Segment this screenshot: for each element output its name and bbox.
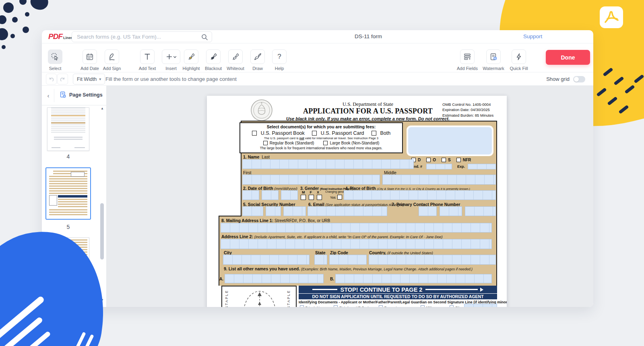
passport-book-checkbox[interactable] bbox=[252, 131, 257, 136]
endorsement-nfr-checkbox[interactable] bbox=[456, 158, 461, 162]
divider bbox=[54, 89, 54, 102]
redo-button[interactable] bbox=[57, 74, 68, 84]
field-phone-2[interactable] bbox=[440, 206, 462, 216]
field-country[interactable] bbox=[369, 255, 496, 265]
collapse-sidebar-button[interactable]: ‹ bbox=[43, 91, 53, 100]
s9-a-label: A. bbox=[219, 277, 223, 281]
page-settings-button[interactable]: Page Settings bbox=[60, 91, 103, 98]
decor-blob bbox=[29, 0, 50, 12]
field-ssn-1[interactable] bbox=[242, 206, 263, 216]
highlight-button[interactable]: Highlight bbox=[180, 49, 202, 71]
field-ssn-2[interactable] bbox=[266, 206, 281, 216]
end-number-field[interactable] bbox=[426, 164, 452, 169]
military-checkbox[interactable] bbox=[421, 305, 425, 307]
field-ssn-3[interactable] bbox=[283, 206, 306, 216]
regular-book-checkbox[interactable] bbox=[263, 141, 268, 145]
field-address-line2[interactable] bbox=[221, 239, 492, 249]
field-address-line1[interactable] bbox=[221, 223, 492, 233]
passport-card-label: U.S. Passport Card bbox=[321, 130, 364, 136]
whiteout-button[interactable]: Whiteout bbox=[224, 49, 247, 71]
endorsement-checkbox-row: D O S NFR bbox=[411, 158, 471, 162]
pdfliner-logo[interactable]: PDF Liner bbox=[48, 32, 72, 41]
watermark-button[interactable]: Watermark bbox=[482, 49, 505, 71]
card-note: The U.S. passport card is not valid for … bbox=[240, 136, 402, 140]
paintbrush-icon bbox=[254, 53, 262, 61]
gender-change-yes-checkbox[interactable] bbox=[337, 195, 342, 200]
select-button[interactable]: Select bbox=[44, 49, 66, 71]
field-city[interactable] bbox=[223, 255, 310, 265]
pdf-swirl-icon bbox=[604, 11, 619, 24]
field-dob-day[interactable] bbox=[262, 190, 279, 200]
page-thumbnail-4[interactable] bbox=[47, 107, 89, 151]
thumb-navy-band bbox=[58, 195, 87, 198]
drivers-license-checkbox[interactable] bbox=[300, 305, 304, 307]
sidebar-scrollbar-thumb[interactable] bbox=[100, 203, 104, 260]
large-book-note: The large book is for frequent internati… bbox=[240, 146, 402, 150]
zoom-mode-dropdown[interactable]: Fit Width ▾ bbox=[73, 74, 105, 84]
passport-card-checkbox[interactable] bbox=[312, 131, 317, 136]
done-button[interactable]: Done bbox=[546, 50, 590, 65]
endorsement-o-checkbox[interactable] bbox=[426, 158, 431, 162]
document-title: DS-11 form bbox=[328, 33, 409, 39]
field-dob-year[interactable] bbox=[281, 190, 298, 200]
field-email[interactable] bbox=[308, 206, 387, 216]
field-other-document[interactable] bbox=[464, 304, 497, 307]
search-icon[interactable] bbox=[201, 34, 208, 40]
show-grid-toggle[interactable] bbox=[573, 76, 585, 82]
passport-book-label: U.S. Passport Book bbox=[261, 130, 305, 136]
field-other-name-a[interactable] bbox=[225, 274, 324, 283]
both-checkbox[interactable] bbox=[372, 131, 376, 136]
field-phone-3[interactable] bbox=[465, 206, 496, 216]
draw-button[interactable]: Draw bbox=[246, 49, 269, 71]
desktop-background: PDF Liner DS-11 form Support Select bbox=[0, 0, 644, 346]
s9-hint: (Examples: Birth Name, Maiden, Previous … bbox=[301, 267, 473, 271]
field-last-name[interactable] bbox=[242, 159, 414, 169]
undo-button[interactable] bbox=[46, 74, 57, 84]
barcode-field[interactable] bbox=[408, 127, 492, 154]
quick-fill-button[interactable]: Quick Fill bbox=[508, 49, 530, 71]
thumb-rows bbox=[49, 209, 87, 216]
other-checkbox[interactable] bbox=[450, 305, 454, 307]
stop-banner: STOP! CONTINUE TO PAGE 2 bbox=[299, 286, 497, 293]
gender-m-checkbox[interactable] bbox=[301, 195, 306, 200]
help-button[interactable]: ? Help bbox=[268, 49, 291, 71]
field-dob-month[interactable] bbox=[242, 190, 259, 200]
gender-x-checkbox[interactable] bbox=[317, 195, 322, 200]
field-place-of-birth[interactable] bbox=[344, 190, 496, 200]
select-documents-box: Select document(s) for which you are sub… bbox=[239, 122, 403, 153]
passport-id-checkbox[interactable] bbox=[379, 305, 383, 307]
add-text-button[interactable]: Add Text bbox=[136, 49, 159, 71]
stop-banner-text: STOP! CONTINUE TO PAGE 2 bbox=[341, 286, 423, 293]
search-input[interactable] bbox=[77, 32, 198, 42]
large-book-checkbox[interactable] bbox=[323, 141, 328, 145]
show-grid-control: Show grid bbox=[546, 72, 585, 86]
gender-f-checkbox[interactable] bbox=[309, 195, 314, 200]
field-state[interactable] bbox=[314, 255, 327, 265]
toolbar: Select Add Date Add Sign bbox=[42, 43, 593, 72]
form-step-border bbox=[219, 216, 242, 216]
exp-field[interactable] bbox=[468, 164, 496, 169]
pdf-logo-badge bbox=[600, 6, 623, 28]
field-middle-name[interactable] bbox=[382, 175, 496, 185]
field-zip[interactable] bbox=[329, 255, 367, 265]
photo-staple-box: STAPLE STAPLE bbox=[221, 286, 297, 307]
app-header: PDF Liner DS-11 form Support bbox=[42, 30, 593, 43]
add-sign-button[interactable]: Add Sign bbox=[101, 49, 123, 71]
add-fields-button[interactable]: Add Fields bbox=[456, 49, 479, 71]
toggle-knob bbox=[574, 77, 579, 82]
field-phone-1[interactable] bbox=[419, 206, 437, 216]
add-date-button[interactable]: Add Date bbox=[78, 49, 101, 71]
field-first-name[interactable] bbox=[242, 175, 380, 185]
support-link[interactable]: Support bbox=[523, 33, 542, 39]
blackout-button[interactable]: Blackout bbox=[202, 49, 225, 71]
drivers-license-label: Driver's License bbox=[305, 306, 328, 307]
thumb-photo-box bbox=[49, 195, 57, 206]
s3-yes-label: Yes bbox=[330, 196, 336, 200]
page-thumbnail-5-selected[interactable] bbox=[45, 167, 91, 220]
endorsement-s-checkbox[interactable] bbox=[442, 158, 446, 162]
sub-toolbar: Fit Width ▾ Fill the form or use another… bbox=[42, 72, 593, 86]
field-other-name-b[interactable] bbox=[335, 274, 492, 283]
scroll-up-arrow[interactable]: ▲ bbox=[99, 107, 105, 111]
s8-hint: Street/RFD#, P.O. Box, or URB bbox=[275, 218, 330, 223]
state-id-checkbox[interactable] bbox=[334, 305, 338, 307]
